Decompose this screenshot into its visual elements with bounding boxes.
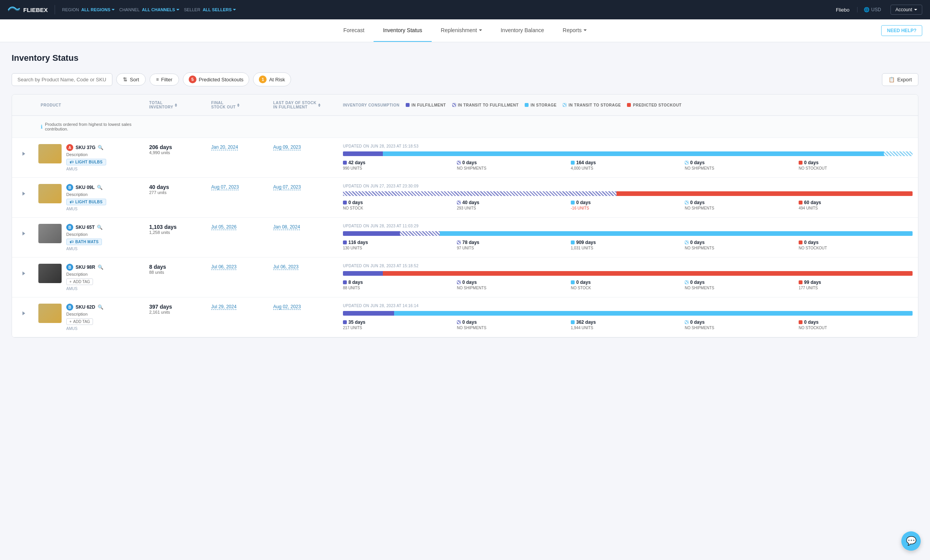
channel-chevron-icon (176, 9, 179, 10)
product-cell: B SKU 65T 🔍 Description 🏷BATH MATS AMUS (35, 224, 144, 251)
seller-name: AMUS (66, 247, 141, 251)
sku-search-icon[interactable]: 🔍 (97, 185, 103, 190)
final-stockout-date[interactable]: Jan 20, 2024 (211, 144, 238, 150)
metrics-row: 116 days 130 UNITS 78 days 97 UNITS 909 … (343, 240, 913, 250)
reports-chevron-icon (584, 29, 587, 31)
th-product: PRODUCT (35, 98, 144, 112)
metric-transit-s: 0 days NO SHIPMENTS (685, 160, 799, 170)
predicted-stockouts-button[interactable]: 5 Predicted Stockouts (183, 72, 250, 86)
last-day-date[interactable]: Aug 07, 2023 (273, 184, 301, 190)
th-consumption: INVENTORY CONSUMPTION IN FULFILLMENT IN … (338, 98, 918, 112)
need-help-button[interactable]: NEED HELP? (881, 25, 922, 36)
seller-value[interactable]: ALL SELLERS (203, 7, 236, 12)
last-day-cell: Aug 02, 2023 (268, 304, 338, 309)
update-time: UPDATED ON JUN 28, 2023 AT 14:16:14 (343, 304, 913, 308)
toolbar: ⇅ Sort ≡ Filter 5 Predicted Stockouts 1 … (12, 72, 918, 86)
plus-icon: + (69, 280, 72, 284)
expand-row-button[interactable] (12, 144, 35, 156)
expand-row-button[interactable] (12, 264, 35, 275)
sort-button[interactable]: ⇅ Sort (116, 73, 146, 86)
metric-dot-stockout (799, 240, 803, 244)
seller-name: AMUS (66, 167, 141, 171)
expand-row-button[interactable] (12, 224, 35, 235)
table-row: B SKU 65T 🔍 Description 🏷BATH MATS AMUS … (12, 218, 918, 258)
region-value[interactable]: ALL REGIONS (81, 7, 115, 12)
last-day-date[interactable]: Aug 02, 2023 (273, 304, 301, 310)
export-icon: 📋 (889, 77, 895, 82)
bar-segment-stockout (383, 271, 913, 276)
export-button[interactable]: 📋 Export (882, 73, 918, 86)
tag-icon: 🏷 (70, 200, 74, 204)
th-last-day[interactable]: LAST DAY OF STOCKIN FULFILLMENT (268, 98, 338, 112)
metric-storage: 0 days NO STOCK (571, 280, 685, 290)
final-stockout-date[interactable]: Jul 05, 2026 (211, 224, 236, 230)
tag-icon: 🏷 (70, 160, 74, 164)
sku-letter-badge: B (66, 184, 73, 191)
final-stockout-cell: Jul 29, 2024 (206, 304, 268, 309)
final-stockout-date[interactable]: Jul 06, 2023 (211, 264, 236, 270)
account-button[interactable]: Account (890, 5, 922, 15)
add-tag-button[interactable]: + ADD TAG (66, 278, 93, 285)
inventory-units: 277 units (149, 190, 200, 195)
product-description: Description (66, 312, 141, 316)
last-day-date[interactable]: Jul 06, 2023 (273, 264, 298, 270)
tab-replenishment[interactable]: Replenishment (432, 19, 491, 42)
metric-stockout: 0 days NO STOCKOUT (799, 160, 913, 170)
metric-dot-transit-s (685, 240, 689, 244)
metric-transit-s: 0 days NO SHIPMENTS (685, 320, 799, 330)
currency-display: 🌐 USD (857, 7, 881, 12)
expand-row-button[interactable] (12, 184, 35, 196)
seller-name: AMUS (66, 207, 141, 211)
product-cell: B SKU 98R 🔍 Description + ADD TAG AMUS (35, 264, 144, 291)
bar-segment-fulfillment (343, 151, 383, 156)
sku-name: SKU 98R (76, 265, 95, 270)
metric-dot-transit-s (685, 201, 689, 204)
channel-value[interactable]: ALL CHANNELS (142, 7, 179, 12)
tab-reports[interactable]: Reports (553, 19, 596, 42)
last-day-date[interactable]: Aug 09, 2023 (273, 144, 301, 150)
tab-inventory-status[interactable]: Inventory Status (374, 19, 431, 42)
tag-row: 🏷LIGHT BULBS (66, 199, 141, 205)
page-title: Inventory Status (12, 53, 918, 63)
th-total-inventory[interactable]: TOTALINVENTORY (144, 98, 206, 112)
product-thumbnail (38, 224, 62, 243)
metric-dot-transit-s (685, 161, 689, 165)
tab-inventory-balance[interactable]: Inventory Balance (491, 19, 553, 42)
tab-forecast[interactable]: Forecast (334, 19, 374, 42)
metric-dot-stockout (799, 320, 803, 324)
metric-transit-f: 78 days 97 UNITS (457, 240, 571, 250)
metric-dot-storage (571, 320, 575, 324)
expand-row-button[interactable] (12, 304, 35, 315)
sku-row: B SKU 62D 🔍 (66, 304, 141, 311)
final-stockout-date[interactable]: Aug 07, 2023 (211, 184, 239, 190)
final-stockout-cell: Jul 05, 2026 (206, 224, 268, 230)
filter-button[interactable]: ≡ Filter (150, 74, 179, 86)
sku-search-icon[interactable]: 🔍 (98, 304, 103, 310)
region-label: REGION (62, 7, 79, 12)
plus-icon: + (69, 320, 72, 324)
product-thumbnail (38, 184, 62, 203)
sku-search-icon[interactable]: 🔍 (98, 145, 103, 150)
search-input[interactable] (12, 73, 112, 86)
sku-search-icon[interactable]: 🔍 (97, 225, 103, 230)
at-risk-button[interactable]: 1 At Risk (253, 72, 291, 86)
sku-row: A SKU 37G 🔍 (66, 144, 141, 151)
metric-fulfillment: 35 days 217 UNITS (343, 320, 457, 330)
add-tag-button[interactable]: + ADD TAG (66, 318, 93, 325)
final-stockout-date[interactable]: Jul 29, 2024 (211, 304, 236, 310)
metric-storage: 0 days -16 UNITS (571, 200, 685, 210)
last-day-cell: Jan 08, 2024 (268, 224, 338, 230)
seller-label: SELLER (184, 7, 200, 12)
sku-search-icon[interactable]: 🔍 (98, 265, 103, 270)
last-day-date[interactable]: Jan 08, 2024 (273, 224, 300, 230)
at-risk-badge: 1 (259, 76, 267, 83)
app-logo[interactable]: FLIEBEX (8, 5, 48, 14)
sku-name: SKU 65T (76, 225, 95, 230)
last-day-cell: Aug 07, 2023 (268, 184, 338, 190)
th-final-stockout[interactable]: FINALSTOCK OUT (206, 98, 268, 112)
inventory-days: 206 days (149, 144, 200, 150)
info-row: ℹ Products ordered from highest to lowes… (12, 116, 918, 138)
inventory-table: PRODUCT TOTALINVENTORY FINALSTOCK OUT LA… (12, 94, 918, 338)
page-content: Inventory Status ⇅ Sort ≡ Filter 5 Predi… (0, 42, 930, 349)
expand-icon (22, 152, 25, 156)
